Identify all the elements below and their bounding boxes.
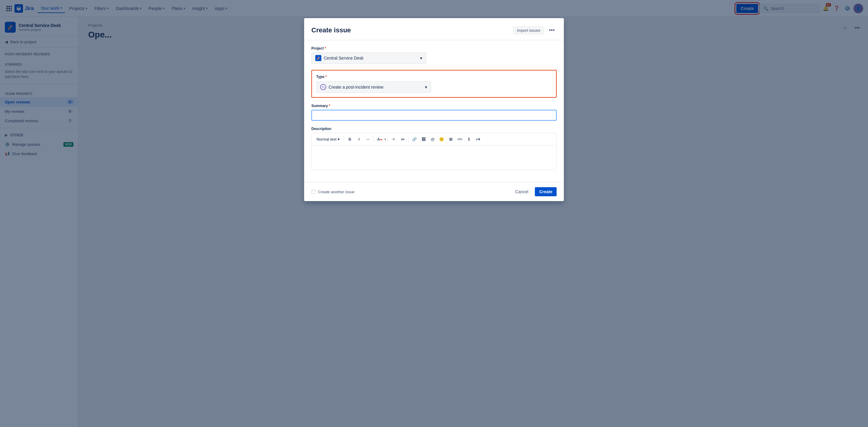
type-section: Type * ↻ Create a post-incident review ▾ <box>311 70 557 98</box>
project-select[interactable]: 🚀 Central Service Desk ▾ <box>311 52 426 64</box>
mention-button[interactable]: @ <box>428 135 437 143</box>
summary-field: Summary * <box>311 104 557 121</box>
modal-more-button[interactable]: ••• <box>547 25 557 35</box>
type-label: Type * <box>316 75 552 79</box>
project-required: * <box>325 46 326 51</box>
summary-required: * <box>329 104 331 108</box>
type-select-chevron-icon: ▾ <box>425 85 427 89</box>
description-toolbar: Normal text ▾ B I ··· A▬ ▾ ≡ ≔ <box>312 133 556 145</box>
description-label: Description <box>311 127 557 131</box>
create-button[interactable]: Create <box>535 187 557 196</box>
link-button[interactable]: 🔗 <box>410 135 418 143</box>
modal-body: Project * 🚀 Central Service Desk ▾ Type … <box>304 40 564 182</box>
type-select[interactable]: ↻ Create a post-incident review ▾ <box>316 81 431 93</box>
type-select-value: Create a post-incident review <box>329 85 383 89</box>
emoji-button[interactable]: 🙂 <box>437 135 446 143</box>
modal-header: Create issue Import issues ••• <box>304 18 564 40</box>
image-button[interactable]: 🖼 <box>419 135 428 143</box>
type-required: * <box>325 75 327 79</box>
project-field: Project * 🚀 Central Service Desk ▾ <box>311 46 557 64</box>
text-style-chevron-icon: ▾ <box>338 137 340 142</box>
info-button[interactable]: ℹ <box>465 135 473 143</box>
table-button[interactable]: ⊞ <box>446 135 455 143</box>
italic-button[interactable]: I <box>354 135 363 143</box>
insert-more-button[interactable]: +▾ <box>473 135 482 143</box>
create-issue-modal: Create issue Import issues ••• Project *… <box>304 18 564 201</box>
modal-footer: Create another issue Cancel Create <box>304 182 564 201</box>
summary-label: Summary * <box>311 104 557 108</box>
bullet-list-button[interactable]: ≡ <box>389 135 398 143</box>
bold-button[interactable]: B <box>345 135 354 143</box>
type-select-icon: ↻ <box>320 84 326 90</box>
project-select-chevron-icon: ▾ <box>420 56 422 60</box>
text-style-dropdown[interactable]: Normal text ▾ <box>314 136 342 143</box>
create-another-check[interactable] <box>311 190 316 194</box>
project-label: Project * <box>311 46 557 51</box>
create-another-checkbox[interactable]: Create another issue <box>311 190 354 194</box>
description-editor: Normal text ▾ B I ··· A▬ ▾ ≡ ≔ <box>311 133 557 170</box>
create-another-label: Create another issue <box>318 190 354 194</box>
more-formatting-button[interactable]: ··· <box>364 135 372 143</box>
cancel-button[interactable]: Cancel <box>511 187 533 196</box>
numbered-list-button[interactable]: ≔ <box>398 135 407 143</box>
summary-input[interactable] <box>311 110 557 121</box>
text-color-button[interactable]: A▬ <box>375 135 384 143</box>
modal-overlay[interactable]: Create issue Import issues ••• Project *… <box>0 0 868 427</box>
import-issues-button[interactable]: Import issues <box>513 26 545 35</box>
code-button[interactable]: </> <box>456 135 464 143</box>
modal-title: Create issue <box>311 26 351 34</box>
description-field: Description Normal text ▾ B I ··· A▬ ▾ <box>311 127 557 170</box>
description-content[interactable] <box>312 145 556 170</box>
project-select-value: Central Service Desk <box>324 56 364 60</box>
project-select-icon: 🚀 <box>315 55 321 61</box>
text-color-chevron-icon: ▾ <box>384 138 386 141</box>
